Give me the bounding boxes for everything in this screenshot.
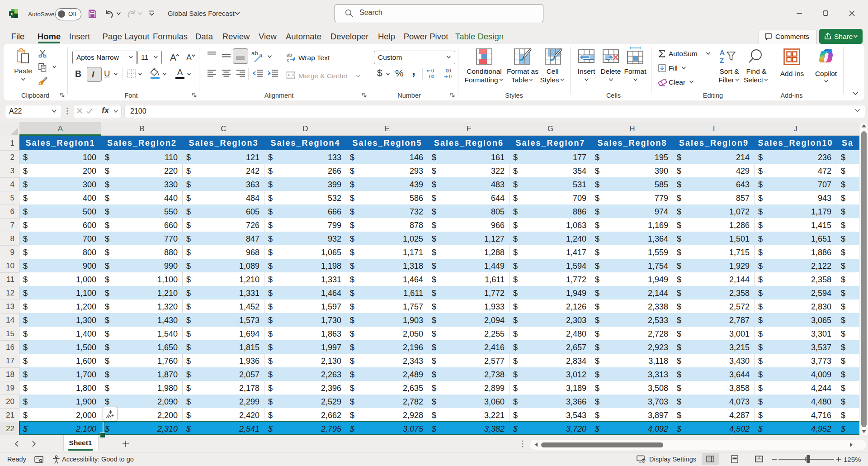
svg-text:A: A — [720, 48, 725, 56]
svg-text:x: x — [10, 11, 13, 16]
svg-text:A: A — [177, 67, 183, 77]
svg-text:A: A — [186, 53, 192, 62]
svg-text:.00: .00 — [428, 74, 434, 79]
svg-text:A: A — [170, 52, 176, 62]
svg-text:c: c — [287, 57, 289, 62]
svg-text:Z: Z — [720, 57, 724, 64]
svg-text:ab: ab — [251, 50, 258, 57]
svg-text:0: 0 — [431, 68, 434, 73]
svg-text:.00: .00 — [444, 68, 451, 73]
